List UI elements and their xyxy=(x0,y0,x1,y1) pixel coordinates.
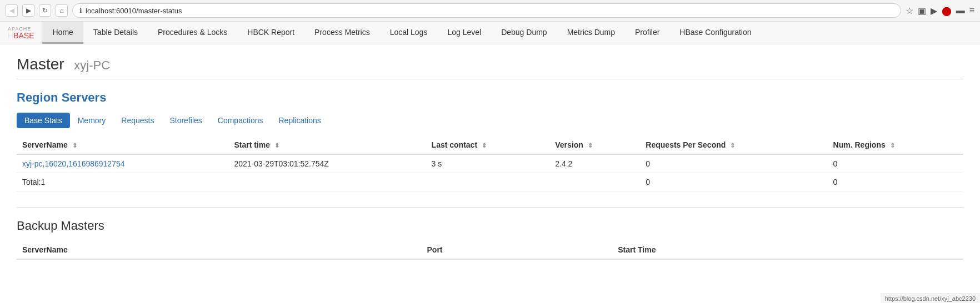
cell-last-contact: 3 s xyxy=(426,154,550,173)
page-title-host: xyj-PC xyxy=(74,58,110,72)
browser-chrome: ◀ ▶ ↻ ⌂ ℹ localhost:60010/master-status … xyxy=(0,0,980,22)
region-servers-title: Region Servers xyxy=(17,90,963,105)
logo-area: APACHE HBASE xyxy=(0,22,42,44)
cast-icon[interactable]: ▬ xyxy=(956,6,965,16)
tab-requests[interactable]: Requests xyxy=(113,113,162,128)
address-url: localhost:60010/master-status xyxy=(86,7,182,15)
nav-item-local-logs[interactable]: Local Logs xyxy=(380,22,438,44)
nav-item-table-details[interactable]: Table Details xyxy=(83,22,148,44)
section-divider xyxy=(17,207,963,208)
backup-masters-table: ServerName Port Start Time xyxy=(17,241,963,260)
backup-col-server-name[interactable]: ServerName xyxy=(17,241,422,259)
tab-bar: Base Stats Memory Requests Storefiles Co… xyxy=(17,113,963,128)
logo-h: H xyxy=(8,32,13,39)
address-bar: ℹ localhost:60010/master-status xyxy=(72,3,901,18)
cell-total-version xyxy=(549,173,640,191)
sort-arrows-num-regions[interactable]: ⇕ xyxy=(890,142,895,149)
col-requests-per-second[interactable]: Requests Per Second ⇕ xyxy=(640,136,827,154)
total-row: Total:1 0 0 xyxy=(17,173,963,191)
sort-arrows-last-contact[interactable]: ⇕ xyxy=(482,142,487,149)
sort-arrows-start-time[interactable]: ⇕ xyxy=(274,142,279,149)
cell-version: 2.4.2 xyxy=(549,154,640,173)
page-divider xyxy=(17,79,963,79)
col-server-name[interactable]: ServerName ⇕ xyxy=(17,136,228,154)
address-lock-icon: ℹ xyxy=(79,7,82,14)
cell-total-num-regions: 0 xyxy=(828,173,963,191)
col-version[interactable]: Version ⇕ xyxy=(549,136,640,154)
tab-storefiles[interactable]: Storefiles xyxy=(162,113,209,128)
logo-ase: ASE xyxy=(18,32,34,39)
backup-col-start-time[interactable]: Start Time xyxy=(612,241,963,259)
forward-button[interactable]: ▶ xyxy=(22,4,34,17)
top-nav: APACHE HBASE Home Table Details Procedur… xyxy=(0,22,980,44)
nav-item-procedures-locks[interactable]: Procedures & Locks xyxy=(148,22,237,44)
play-icon[interactable]: ▶ xyxy=(931,6,937,16)
back-button[interactable]: ◀ xyxy=(6,4,18,17)
tab-compactions[interactable]: Compactions xyxy=(210,113,271,128)
nav-item-hbase-config[interactable]: HBase Configuration xyxy=(669,22,761,44)
nav-item-profiler[interactable]: Profiler xyxy=(625,22,669,44)
backup-masters-title: Backup Masters xyxy=(17,219,963,233)
stop-icon[interactable]: ⬤ xyxy=(942,6,952,16)
page-title: Master xyj-PC xyxy=(17,55,963,73)
cell-total-label: Total:1 xyxy=(17,173,228,191)
tab-memory[interactable]: Memory xyxy=(70,113,114,128)
cell-total-start-time xyxy=(228,173,426,191)
col-last-contact[interactable]: Last contact ⇕ xyxy=(426,136,550,154)
nav-item-process-metrics[interactable]: Process Metrics xyxy=(304,22,380,44)
col-start-time[interactable]: Start time ⇕ xyxy=(228,136,426,154)
browser-actions: ☆ ▣ ▶ ⬤ ▬ ≡ xyxy=(906,6,974,16)
region-servers-table: ServerName ⇕ Start time ⇕ Last contact ⇕… xyxy=(17,136,963,191)
sort-arrows-server-name[interactable]: ⇕ xyxy=(72,142,77,149)
tab-replications[interactable]: Replications xyxy=(271,113,328,128)
nav-item-debug-dump[interactable]: Debug Dump xyxy=(491,22,557,44)
reload-button[interactable]: ↻ xyxy=(39,4,51,17)
cell-start-time: 2021-03-29T03:01:52.754Z xyxy=(228,154,426,173)
tab-base-stats[interactable]: Base Stats xyxy=(17,113,70,128)
nav-item-log-level[interactable]: Log Level xyxy=(437,22,491,44)
sort-arrows-rps[interactable]: ⇕ xyxy=(730,142,735,149)
nav-item-metrics-dump[interactable]: Metrics Dump xyxy=(557,22,625,44)
server-name-link[interactable]: xyj-pc,16020,1616986912754 xyxy=(22,159,125,168)
cell-total-rps: 0 xyxy=(640,173,827,191)
menu-icon[interactable]: ≡ xyxy=(969,6,974,16)
backup-col-port[interactable]: Port xyxy=(422,241,613,259)
tab-icon[interactable]: ▣ xyxy=(918,6,926,16)
cell-num-regions: 0 xyxy=(828,154,963,173)
cell-rps: 0 xyxy=(640,154,827,173)
cell-total-last-contact xyxy=(426,173,550,191)
home-button[interactable]: ⌂ xyxy=(56,4,68,17)
page-content: Master xyj-PC Region Servers Base Stats … xyxy=(0,44,980,271)
bookmark-icon[interactable]: ☆ xyxy=(906,6,913,16)
cell-server-name: xyj-pc,16020,1616986912754 xyxy=(17,154,228,173)
col-num-regions[interactable]: Num. Regions ⇕ xyxy=(828,136,963,154)
table-row: xyj-pc,16020,1616986912754 2021-03-29T03… xyxy=(17,154,963,173)
nav-item-hbck-report[interactable]: HBCK Report xyxy=(237,22,304,44)
sort-arrows-version[interactable]: ⇕ xyxy=(588,142,593,149)
logo-b: B xyxy=(13,32,18,39)
nav-item-home[interactable]: Home xyxy=(42,22,83,44)
